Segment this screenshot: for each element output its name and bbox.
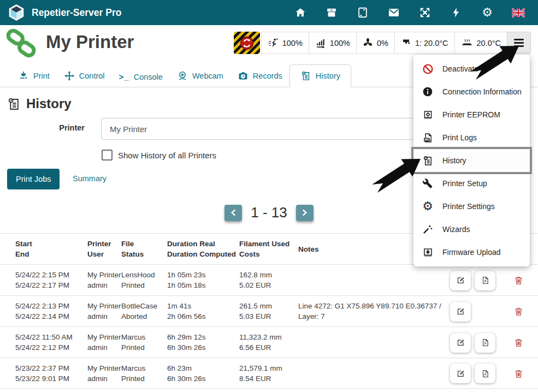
delete-entry-button[interactable] [499,363,538,384]
tab-webcam[interactable]: Webcam [170,65,230,87]
table-row: 5/24/22 11:50 AM5/24/22 2:12 PM My Print… [0,326,538,358]
move-arrows-icon [64,70,75,81]
fullscreen-icon[interactable] [418,6,431,19]
pdf-report-button[interactable] [475,333,495,353]
header-filament-costs: Filament UsedCosts [239,239,298,260]
menu-item-history[interactable]: History [413,149,530,172]
history-heading-icon [7,97,21,111]
tab-print-label: Print [33,72,50,80]
printer-dropdown-menu: Deactivate Connection Information Printe… [413,55,530,266]
global-settings-gear-icon[interactable]: ⚙ [481,6,494,19]
webcam-icon [177,70,188,81]
tab-webcam-label: Webcam [192,72,223,80]
pdf-report-button[interactable] [475,364,495,383]
history-doc-clock-icon [300,70,311,81]
extruder-temp-status: 1: 20.0°C [394,32,455,54]
top-navbar: Repetier-Server Pro ⚙ [0,0,538,25]
fan-icon [363,38,373,48]
printer-select-label: Printer [30,123,85,132]
show-all-printers-row: Show History of all Printers [102,150,216,161]
extruder-nozzle-icon [401,38,411,48]
printer-box-icon[interactable] [325,6,338,19]
page-title: My Printer [46,32,134,52]
show-all-printers-label: Show History of all Printers [118,151,216,160]
flow-bars-icon [315,38,326,49]
pagination-prev-button[interactable] [224,205,242,221]
emergency-stop-button[interactable] [234,32,260,54]
header-start-end: StartEnd [15,239,87,260]
summary-button[interactable]: Summary [69,174,110,183]
menu-item-printer-eeprom[interactable]: Printer EEPROM [413,103,530,126]
info-icon [421,86,434,97]
flow-value: 100% [330,39,350,47]
table-row: 5/23/22 2:37 PM5/23/22 9:01 PM My Printe… [0,358,538,389]
language-flag-uk-icon[interactable] [512,6,525,19]
table-row: 5/24/22 2:13 PM5/24/22 2:14 PM My Printe… [0,295,538,326]
quick-commands-icon[interactable] [450,6,463,19]
menu-item-print-logs[interactable]: LOG Print Logs [413,126,530,149]
menu-item-deactivate[interactable]: Deactivate [413,57,530,80]
edit-note-button[interactable] [450,364,471,383]
menu-item-wizards[interactable]: Wizards [413,218,530,241]
menu-item-firmware-upload[interactable]: Firmware Upload [413,241,530,264]
magic-wand-icon [421,224,434,235]
repetier-logo-icon [8,4,25,21]
menu-item-printer-setup[interactable]: Printer Setup [413,172,530,195]
tab-control-label: Control [79,72,105,80]
delete-entry-button[interactable] [499,332,538,353]
log-file-icon: LOG [421,132,434,144]
bed-temp-status: 20.0°C [454,32,508,54]
delete-entry-button[interactable] [499,301,538,322]
printer-status-toolbar: 100% 100% 0% 1: 20.0°C 20.0°C [234,32,531,54]
tablet-icon[interactable] [356,6,369,19]
history-heading-text: History [26,96,72,111]
edit-note-button[interactable] [450,333,471,353]
printer-menu-button[interactable] [507,32,531,54]
fan-status: 0% [356,32,395,54]
messages-icon[interactable] [387,6,400,19]
menu-item-printer-settings[interactable]: ⚙ Printer Settings [413,195,530,218]
fan-value: 0% [377,39,388,47]
hamburger-icon [514,39,524,47]
records-camera-icon [238,70,249,81]
row-notes [298,270,447,291]
edit-note-button[interactable] [450,271,471,290]
header-duration: Duration RealDuration Computed [167,239,239,260]
extruder-temp-value: 1: 20.0°C [415,39,448,47]
bed-temp-value: 20.0°C [477,39,501,47]
printer-select-value: My Printer [110,124,147,134]
menu-item-connection-information[interactable]: Connection Information [413,80,530,103]
home-icon[interactable] [294,6,307,19]
printer-link-chain-icon [4,28,37,61]
show-all-printers-checkbox[interactable] [102,150,113,161]
speed-multiplier-status: 100% [261,32,309,54]
header-file-status: FileStatus [121,239,167,260]
pdf-report-button[interactable] [475,271,495,290]
edit-note-button[interactable] [450,302,471,322]
history-section-heading: History [7,96,72,111]
print-jobs-button[interactable]: Print Jobs [7,169,60,189]
deactivate-ban-icon [421,63,434,75]
row-notes: Line 4272: G1 X75.896 Y89.710 E0.36737 /… [298,301,447,322]
settings-gear-icon: ⚙ [421,200,434,212]
speed-runner-icon [268,38,279,49]
tab-history-label: History [316,72,340,80]
pagination-range-label: 1 - 13 [251,204,287,221]
pagination-next-button[interactable] [296,205,314,221]
tab-history[interactable]: History [289,64,351,87]
delete-entry-button[interactable] [499,270,538,291]
history-doc-clock-icon [421,155,434,167]
heated-bed-icon [461,38,473,49]
tab-console[interactable]: >_ Console [112,67,170,87]
app-title: Repetier-Server Pro [32,7,121,19]
firmware-chip-upload-icon [421,247,434,258]
tab-console-label: Console [134,73,163,81]
tab-control[interactable]: Control [57,65,112,87]
navbar-icon-group: ⚙ [294,6,525,19]
tab-print[interactable]: Print [11,65,57,87]
speed-value: 100% [282,39,303,47]
wrench-icon [421,178,434,189]
tab-records[interactable]: Records [230,65,289,87]
repetier-server-page: Repetier-Server Pro ⚙ [0,0,538,392]
print-nozzle-icon [18,70,29,81]
